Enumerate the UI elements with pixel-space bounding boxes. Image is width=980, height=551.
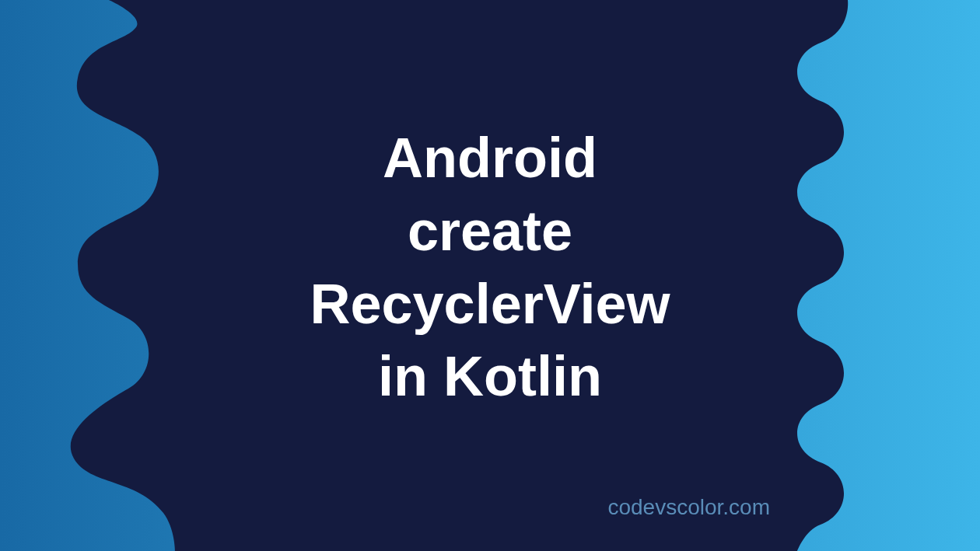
content-container: Android create RecyclerView in Kotlin co…	[0, 0, 980, 551]
title-line-3: RecyclerView	[310, 273, 670, 335]
title-line-2: create	[408, 200, 572, 262]
title-line-4: in Kotlin	[378, 345, 602, 407]
title-line-1: Android	[383, 127, 597, 189]
page-title: Android create RecyclerView in Kotlin	[310, 122, 670, 413]
footer-attribution: codevscolor.com	[607, 495, 770, 520]
